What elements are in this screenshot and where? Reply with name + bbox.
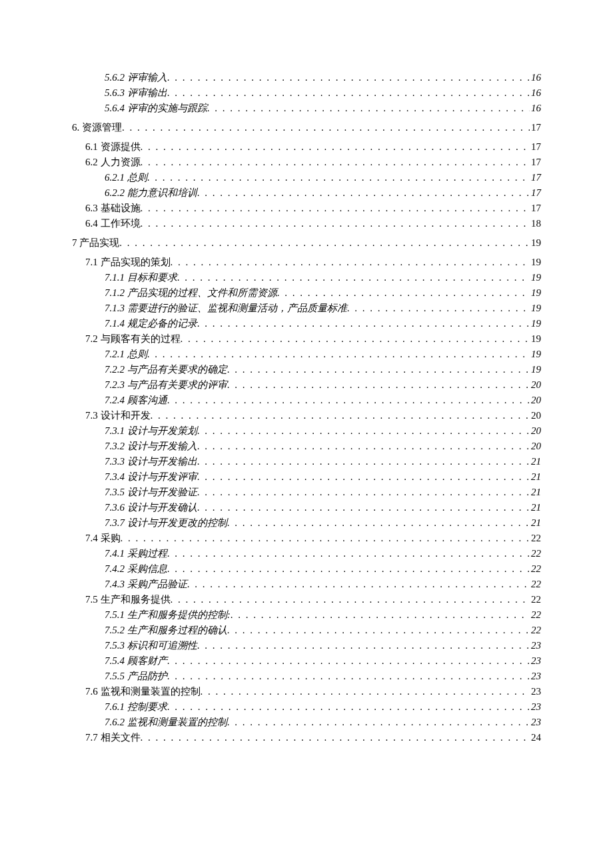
toc-leader-dots [141,155,530,170]
toc-entry: 6.2.2 能力意识和培训17 [105,185,541,201]
toc-leader-dots [167,653,530,669]
toc-entry: 7.5 生产和服务提供22 [85,592,541,607]
toc-entry-label: 7.3.1 设计与开发策划 [105,423,197,439]
toc-entry-page: 16 [530,85,541,101]
toc-entry-label: 6. 资源管理 [72,120,122,135]
toc-entry-label: 7.7 相关文件 [85,730,141,745]
toc-entry: 7.2.3 与产品有关要求的评审20 [105,377,541,393]
toc-entry: 5.6.4 评审的实施与跟踪16 [105,101,541,116]
toc-entry-label: 7.5 生产和服务提供 [85,592,171,607]
toc-entry-page: 16 [530,101,541,116]
toc-entry-label: 7.3.7 设计与开发更改的控制 [105,515,227,531]
table-of-contents: 5.6.2 评审输入165.6.3 评审输出165.6.4 评审的实施与跟踪16… [72,70,541,745]
toc-leader-dots [171,592,530,607]
toc-entry-page: 17 [530,201,541,216]
toc-leader-dots [227,377,530,393]
toc-entry: 7.2.2 与产品有关要求的确定19 [105,362,541,377]
toc-entry-label: 7.5.3 标识和可追溯性 [105,638,197,653]
toc-entry: 7 产品实现19 [72,235,541,251]
toc-entry-label: 7.5.1 生产和服务提供的控制: [105,607,231,623]
toc-entry-page: 22 [530,546,541,561]
toc-leader-dots [197,469,530,485]
toc-entry-page: 20 [530,439,541,454]
toc-entry: 7.3.1 设计与开发策划20 [105,423,541,439]
toc-entry-page: 20 [530,408,541,423]
toc-entry: 7.2.1 总则19 [105,347,541,362]
toc-entry-label: 6.1 资源提供 [85,139,141,155]
toc-leader-dots [197,454,530,469]
toc-entry: 7.5.1 生产和服务提供的控制:22 [105,607,541,623]
toc-entry: 7.6.2 监视和测量装置的控制23 [105,715,541,730]
toc-leader-dots [167,85,530,101]
toc-entry-page: 19 [530,255,541,270]
toc-entry-page: 23 [530,684,541,699]
toc-entry-label: 7.2.4 顾客沟通 [105,393,167,408]
toc-entry-page: 23 [530,669,541,684]
toc-entry: 7.6.1 控制要求23 [105,699,541,715]
toc-entry-label: 7.3.3 设计与开发输出 [105,454,197,469]
toc-entry: 7.4.3 采购产品验证22 [105,577,541,592]
toc-entry-label: 7.2.2 与产品有关要求的确定 [105,362,227,377]
toc-leader-dots [197,423,530,439]
toc-entry-page: 19 [530,270,541,285]
toc-leader-dots [197,638,530,653]
toc-entry-page: 17 [530,139,541,155]
toc-entry: 7.3.7 设计与开发更改的控制21 [105,515,541,531]
toc-entry-page: 21 [530,485,541,500]
toc-entry: 7.1.3 需要进行的验证、监视和测量活动，产品质量标准19 [105,301,541,316]
toc-entry-label: 7.1.4 规定必备的记录 [105,316,197,331]
toc-entry-label: 6.4 工作环境 [85,216,141,231]
toc-entry-label: 7.3.2 设计与开发输入 [105,439,197,454]
toc-leader-dots [197,316,530,331]
toc-entry-page: 19 [530,235,541,251]
toc-entry-page: 20 [530,423,541,439]
toc-entry-label: 7.5.5 产品防护 [105,669,167,684]
toc-entry-label: 7.5.2 生产和服务过程的确认 [105,623,227,638]
toc-entry-page: 17 [530,155,541,170]
toc-leader-dots [141,201,530,216]
toc-leader-dots [227,623,530,638]
toc-entry-page: 17 [530,170,541,185]
toc-entry: 7.4.1 采购过程22 [105,546,541,561]
toc-entry: 7.4 采购22 [85,531,541,546]
toc-entry-label: 7.4.2 采购信息 [105,561,167,577]
toc-entry-page: 23 [530,638,541,653]
toc-leader-dots [167,561,530,577]
toc-entry-page: 21 [530,500,541,515]
toc-entry: 7.3.5 设计与开发验证21 [105,485,541,500]
toc-entry-label: 5.6.3 评审输出 [105,85,167,101]
toc-entry: 7.3.2 设计与开发输入20 [105,439,541,454]
toc-entry-label: 7 产品实现 [72,235,119,251]
toc-entry-label: 7.1.1 目标和要求 [105,270,177,285]
toc-entry-label: 7.3 设计和开发 [85,408,151,423]
toc-entry-label: 7.1 产品实现的策划 [85,255,171,270]
toc-leader-dots [231,607,530,623]
toc-entry-page: 17 [530,120,541,135]
toc-entry: 7.7 相关文件24 [85,730,541,745]
toc-entry-page: 24 [530,730,541,745]
toc-leader-dots [167,699,530,715]
toc-entry: 7.5.4 顾客财产23 [105,653,541,669]
toc-entry-page: 19 [530,301,541,316]
toc-leader-dots [141,216,530,231]
toc-entry-label: 7.6 监视和测量装置的控制 [85,684,201,699]
toc-entry-page: 22 [530,531,541,546]
toc-entry: 6.4 工作环境18 [85,216,541,231]
toc-entry-label: 7.4.1 采购过程 [105,546,167,561]
toc-leader-dots [147,170,530,185]
toc-entry-page: 18 [530,216,541,231]
toc-leader-dots [171,255,530,270]
toc-leader-dots [141,139,530,155]
toc-entry-page: 23 [530,715,541,730]
toc-entry-label: 6.3 基础设施 [85,201,141,216]
toc-entry-label: 7.3.6 设计与开发确认 [105,500,197,515]
toc-entry: 7.3.3 设计与开发输出21 [105,454,541,469]
toc-entry: 7.5.2 生产和服务过程的确认22 [105,623,541,638]
toc-entry-page: 20 [530,393,541,408]
toc-entry-page: 22 [530,561,541,577]
toc-entry-label: 7.4 采购 [85,531,121,546]
toc-entry: 6.1 资源提供17 [85,139,541,155]
toc-entry-label: 7.4.3 采购产品验证 [105,577,187,592]
toc-entry-page: 19 [530,285,541,301]
toc-leader-dots [277,285,530,301]
